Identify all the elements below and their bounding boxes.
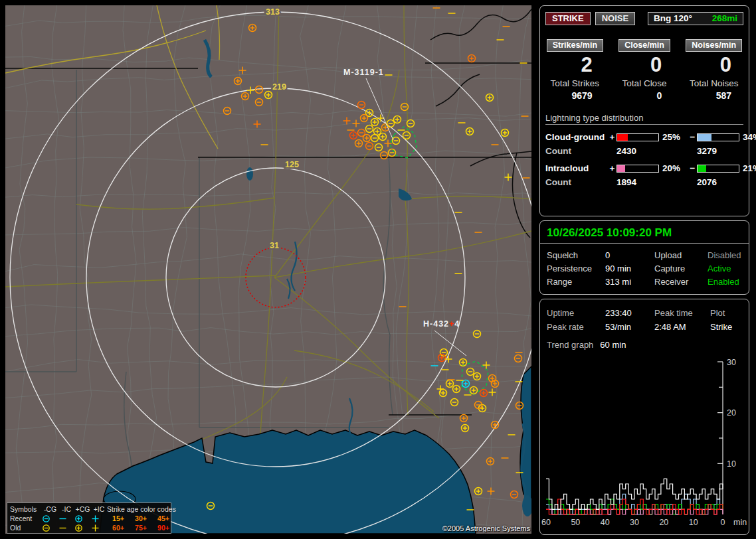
x-tick-label: 60 [541,518,551,527]
distribution-row: Intracloud+20%−21% [545,163,743,173]
legend-header: +CG [74,505,91,513]
range-ring-label: 125 [285,160,299,169]
legend-age-code: 30+ [130,514,152,522]
counter-column: Noises/min0Total Noises587 [679,38,749,101]
plot-value: Strike [710,322,742,332]
legend-header: +IC [91,505,107,513]
x-tick-label: 30 [630,518,639,527]
status-label: Upload [654,250,708,260]
legend-header: Symbols [10,505,42,513]
status-label: Receiver [654,277,708,287]
counter-total-value: 0 [610,90,680,101]
y-tick-label: 30 [727,358,736,367]
distribution-count-row: Count24303279 [545,146,743,156]
status-state-value: Active [708,264,742,273]
distribution-count-row: Count18942076 [545,177,743,187]
minus-count: 3279 [697,146,739,156]
x-tick-label: 10 [689,518,698,527]
y-tick-label: 20 [727,408,736,418]
legend-symbol-ic- [58,514,74,523]
legend-header: -CG [42,505,58,513]
distribution-title: Lightning type distribution [545,113,743,125]
storm-cell-label: H-432+4 [423,319,460,329]
strike-button[interactable]: STRIKE [545,12,591,25]
status-value: 90 min [605,264,654,273]
plus-percent: 25% [659,132,688,142]
status-label: Range [547,277,605,287]
plot-label: Plot [710,308,742,318]
uptime-value: 233:40 [605,308,654,318]
app-window: 31321912531M-3119-1H-432+4 Symbols-CG-IC… [0,0,756,539]
legend-age-code: 60+ [107,524,130,532]
plus-count: 1894 [616,177,659,187]
lightning-map[interactable]: 31321912531M-3119-1H-432+4 [5,5,531,534]
legend-header: -IC [58,505,74,513]
bearing-readout[interactable]: Bng 120° 268mi [648,12,743,25]
counter-chip[interactable]: Close/min [618,39,670,52]
status-state-value: Disabled [708,250,742,260]
status-grid: Squelch0UploadDisabledPersistence90 minC… [547,248,742,288]
legend-row-label: Recent [10,514,42,522]
trend-graph-row: Trend graph 60 min [547,340,742,350]
plus-sign: + [608,163,616,173]
legend-symbol-cg- [42,514,58,523]
legend-symbol-ic+ [91,524,107,532]
divider [540,243,749,244]
counter-total-label: Total Noises [679,78,749,88]
x-tick-label: 20 [659,518,668,527]
legend-symbol-ic- [58,524,74,532]
legend-age-code: 15+ [107,514,130,522]
minus-bar [697,133,739,141]
plus-sign: + [608,132,616,142]
counter-total-value: 587 [679,90,749,101]
plus-bar [616,133,659,141]
distribution-row: Cloud-ground+25%−34% [545,132,743,142]
x-axis-unit-label: min [733,518,747,527]
status-state-value: Enabled [708,277,742,287]
copyright: ©2005 Astrogenic Systems [442,524,530,532]
status-label: Persistence [547,264,605,273]
count-label: Count [545,177,608,187]
trend-chart: 1020306050403020100min [541,355,749,534]
legend-age-code: 75+ [130,524,152,532]
minus-percent: 34% [739,132,756,142]
toolbar: STRIKE NOISE Bng 120° 268mi [545,12,743,25]
legend-symbol-ic+ [91,514,107,523]
counter-panel: STRIKE NOISE Bng 120° 268mi Strikes/min2… [539,5,749,216]
counter-column: Strikes/min2Total Strikes9679 [540,38,610,101]
minus-bar [697,165,739,173]
counter-chip[interactable]: Strikes/min [547,39,603,52]
range-ring-label: 313 [266,7,280,17]
noise-button[interactable]: NOISE [595,12,635,25]
legend-symbol-cg- [42,524,58,532]
status-panel: 10/26/2025 10:09:20 PM Squelch0UploadDis… [539,220,749,295]
map-area[interactable]: 31321912531M-3119-1H-432+4 Symbols-CG-IC… [5,5,531,534]
minus-sign: − [688,132,697,142]
storm-cell-label: M-3119-1 [343,68,384,77]
plus-count: 2430 [616,146,659,156]
x-tick-label: 0 [721,518,725,527]
counter-value: 2 [540,53,610,77]
status-label: Squelch [547,250,605,260]
legend-age-code: 45+ [152,514,175,522]
plus-bar [616,165,659,173]
counter-total-label: Total Close [610,78,680,88]
legend-age-code: 90+ [152,524,175,532]
map-legend: Symbols-CG-IC+CG+ICStrike age color code… [7,502,171,534]
counter-chip[interactable]: Noises/min [686,39,742,52]
trend-graph-value: 60 min [600,340,626,350]
status-value: 0 [605,250,654,260]
close-alarm-ring-label: 31 [270,241,279,250]
distribution-section: Lightning type distribution Cloud-ground… [545,113,743,187]
minus-percent: 21% [739,163,756,173]
peak-rate-value: 53/min [605,322,654,332]
legend-row-label: Old [10,524,42,532]
minus-count: 2076 [697,177,739,187]
bearing-distance: 268mi [712,13,737,23]
trend-graph-label: Trend graph [547,340,593,350]
minus-sign: − [688,163,697,173]
legend-age-header: Strike age color codes [107,505,175,513]
peak-time-value: 2:48 AM [654,322,710,332]
counter-total-label: Total Strikes [540,78,610,88]
trend-panel: Uptime 233:40 Peak time Plot Peak rate 5… [539,299,749,535]
